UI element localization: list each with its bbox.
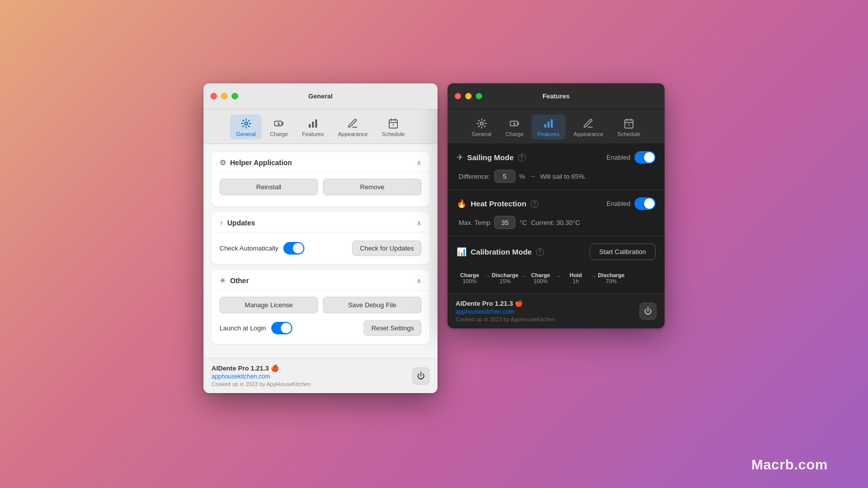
heat-detail: Max. Temp °C Current: 30.30°C <box>457 216 656 229</box>
features-footer-info: AlDente Pro 1.21.3 🍎 apphousekitchen.com… <box>456 300 555 322</box>
start-calibration-button[interactable]: Start Calibration <box>590 243 656 260</box>
svg-rect-9 <box>545 124 547 128</box>
tab-charge-label: Charge <box>270 131 288 137</box>
sailing-will-sail: Will sail to 65%. <box>540 173 586 180</box>
calibration-info-icon[interactable]: ? <box>536 248 544 256</box>
ftab-appearance[interactable]: Appearance <box>568 114 609 140</box>
heat-icon: 🔥 <box>457 199 467 208</box>
traffic-lights-features <box>455 93 482 99</box>
tab-schedule[interactable]: Schedule <box>376 114 411 140</box>
sailing-difference-input[interactable] <box>494 170 515 183</box>
ftab-features-label: Features <box>537 131 559 137</box>
ftab-charge[interactable]: Charge <box>499 114 529 140</box>
appearance-icon <box>347 117 359 130</box>
general-window: General General <box>203 83 438 393</box>
general-footer-link[interactable]: apphousekitchen.com <box>211 373 311 380</box>
tab-schedule-label: Schedule <box>382 131 405 137</box>
sailing-info-icon[interactable]: ? <box>518 154 526 162</box>
sailing-mode-section: ✈ Sailing Mode ? Enabled Difference: % <box>448 144 665 190</box>
features-toolbar: General Charge <box>448 109 665 144</box>
helper-icon: ⚙ <box>220 158 226 167</box>
features-content: ✈ Sailing Mode ? Enabled Difference: % <box>448 144 665 293</box>
features-title-bar: Features <box>448 83 665 109</box>
helper-btn-row: Reinstall Remove <box>220 179 421 195</box>
heat-section: 🔥 Heat Protection ? Enabled Max. Temp °C <box>448 190 665 236</box>
ftab-features[interactable]: Features <box>531 114 565 140</box>
features-power-button[interactable]: ⏻ <box>639 303 657 320</box>
save-debug-button[interactable]: Save Debug File <box>323 297 421 313</box>
svg-point-13 <box>628 124 630 126</box>
reset-settings-button[interactable]: Reset Settings <box>364 320 421 336</box>
cal-step-2: Charge 100% <box>527 272 554 284</box>
heat-max-temp-input[interactable] <box>494 216 515 229</box>
helper-chevron: ∧ <box>416 159 421 167</box>
ftab-general[interactable]: General <box>466 114 497 140</box>
tab-features-label: Features <box>302 131 323 137</box>
general-power-button[interactable]: ⏻ <box>412 368 429 385</box>
features-icon <box>307 117 319 130</box>
tab-appearance-label: Appearance <box>338 131 368 137</box>
updates-section: ↑ Updates ∧ Check Automatically Check f <box>211 212 429 264</box>
heat-celsius: °C <box>519 219 527 226</box>
cal-step-3: Hold 1h <box>563 272 589 284</box>
heat-enabled-row: Enabled <box>606 197 656 210</box>
cal-arrow-3: → <box>555 272 562 280</box>
features-minimize-button[interactable] <box>465 93 472 99</box>
minimize-button[interactable] <box>221 93 228 99</box>
check-updates-button[interactable]: Check for Updates <box>352 240 421 256</box>
helper-section: ⚙ Helper Application ∧ Reinstall Remove <box>211 152 429 206</box>
reinstall-button[interactable]: Reinstall <box>220 179 318 195</box>
heat-title: Heat Protection <box>471 199 526 208</box>
general-window-title: General <box>308 92 333 100</box>
features-footer-link[interactable]: apphousekitchen.com <box>456 308 555 315</box>
features-zoom-button[interactable] <box>476 93 482 99</box>
other-title: Other <box>230 277 249 285</box>
svg-point-0 <box>245 122 248 125</box>
tab-features[interactable]: Features <box>296 114 330 140</box>
check-auto-left: Check Automatically <box>220 242 304 255</box>
zoom-button[interactable] <box>232 93 238 99</box>
remove-button[interactable]: Remove <box>323 179 421 195</box>
sailing-toggle[interactable] <box>634 151 656 164</box>
updates-header: ↑ Updates ∧ <box>211 212 429 232</box>
heat-toggle[interactable] <box>634 197 656 210</box>
tab-general[interactable]: General <box>230 114 262 140</box>
sailing-enabled-label: Enabled <box>606 154 630 161</box>
other-header: ✳ Other ∧ <box>211 270 429 291</box>
launch-login-label: Launch at Login <box>220 324 266 332</box>
features-app-name: AlDente Pro 1.21.3 🍎 <box>456 300 555 307</box>
manage-license-button[interactable]: Manage License <box>220 297 318 313</box>
general-footer: AlDente Pro 1.21.3 🍎 apphousekitchen.com… <box>203 358 438 393</box>
sailing-detail: Difference: % → Will sail to 65%. <box>457 170 656 183</box>
ftab-charge-icon <box>508 117 520 130</box>
general-footer-info: AlDente Pro 1.21.3 🍎 apphousekitchen.com… <box>211 364 311 387</box>
sailing-header: ✈ Sailing Mode ? Enabled <box>457 151 656 164</box>
launch-login-toggle[interactable] <box>271 322 292 334</box>
schedule-icon <box>387 117 399 130</box>
cal-arrow-1: → <box>484 272 491 280</box>
ftab-features-icon <box>542 117 555 130</box>
cal-step-0: Charge 100% <box>457 272 483 284</box>
heat-title-row: 🔥 Heat Protection ? <box>457 199 538 208</box>
heat-info-icon[interactable]: ? <box>530 200 538 208</box>
check-auto-toggle[interactable] <box>283 242 304 255</box>
tab-appearance[interactable]: Appearance <box>332 114 374 140</box>
tab-general-label: General <box>236 131 256 137</box>
sailing-title-row: ✈ Sailing Mode ? <box>457 153 526 162</box>
svg-rect-2 <box>309 124 311 128</box>
features-window: Features General <box>448 83 665 328</box>
ftab-schedule-label: Schedule <box>617 131 640 137</box>
close-button[interactable] <box>210 93 217 99</box>
general-title-bar: General <box>203 83 438 109</box>
sailing-percent: % <box>519 173 525 180</box>
other-btn-row-1: Manage License Save Debug File <box>220 297 421 313</box>
features-close-button[interactable] <box>455 93 461 99</box>
tab-charge[interactable]: Charge <box>264 114 294 140</box>
traffic-lights-general <box>210 93 238 99</box>
calibration-section: 📊 Calibration Mode ? Start Calibration C… <box>448 236 665 293</box>
helper-header: ⚙ Helper Application ∧ <box>211 152 429 173</box>
ftab-schedule[interactable]: Schedule <box>611 114 646 140</box>
other-body: Manage License Save Debug File Launch at… <box>211 291 429 344</box>
ftab-appearance-icon <box>582 117 594 130</box>
helper-title: Helper Application <box>230 159 292 167</box>
